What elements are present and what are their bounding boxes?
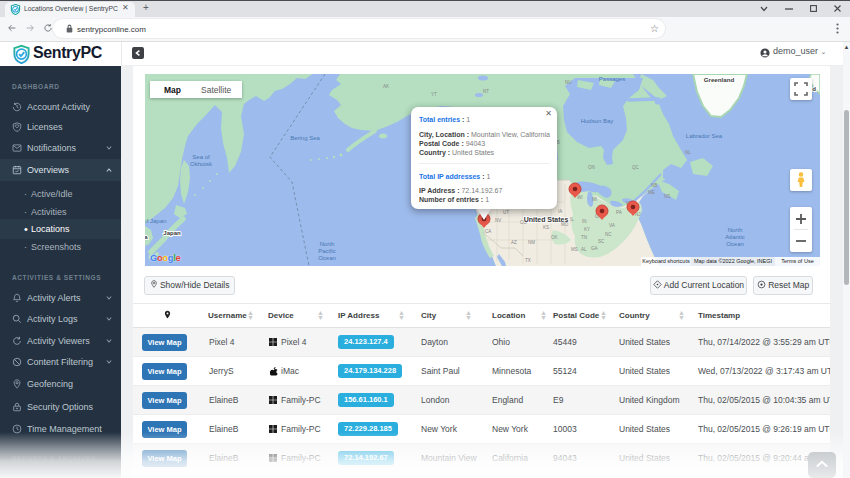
- svg-text:Ocean: Ocean: [318, 255, 336, 261]
- svg-text:MO: MO: [561, 222, 569, 227]
- svg-text:Hudson Bay: Hudson Bay: [581, 118, 614, 124]
- svg-text:SC: SC: [598, 239, 605, 244]
- svg-text:KY: KY: [584, 227, 590, 232]
- svg-text:North: North: [728, 227, 743, 233]
- svg-text:IA: IA: [558, 209, 562, 214]
- svg-text:KS: KS: [543, 225, 549, 230]
- svg-text:Pacific: Pacific: [318, 248, 336, 254]
- svg-text:Labrador Sea: Labrador Sea: [686, 133, 723, 139]
- svg-text:Atlantic: Atlantic: [725, 234, 745, 240]
- svg-text:YT: YT: [431, 92, 437, 97]
- svg-text:Sea of: Sea of: [192, 154, 210, 160]
- svg-text:AK: AK: [383, 84, 389, 89]
- svg-text:AL: AL: [581, 247, 587, 252]
- svg-text:d: d: [812, 86, 816, 92]
- svg-text:North: North: [320, 241, 335, 247]
- svg-text:Passages: Passages: [599, 76, 625, 82]
- svg-text:Okhotsk: Okhotsk: [190, 161, 213, 167]
- svg-text:TN: TN: [581, 235, 587, 240]
- svg-text:Bering Sea: Bering Sea: [290, 135, 320, 141]
- svg-text:GA: GA: [591, 246, 598, 251]
- svg-text:VA: VA: [609, 223, 615, 228]
- svg-text:AZ: AZ: [511, 240, 517, 245]
- svg-text:OK: OK: [551, 235, 558, 240]
- svg-text:ME: ME: [648, 190, 655, 195]
- svg-text:NT: NT: [483, 89, 489, 94]
- svg-text:UT: UT: [503, 210, 509, 215]
- svg-text:TX: TX: [525, 258, 531, 263]
- svg-text:WI: WI: [577, 195, 583, 200]
- svg-text:Sea of Japan: Sea of Japan: [145, 218, 166, 224]
- svg-text:IN: IN: [582, 219, 587, 224]
- svg-text:CO: CO: [520, 220, 527, 225]
- svg-text:MI: MI: [592, 197, 597, 202]
- svg-text:MS: MS: [571, 247, 578, 252]
- svg-text:CA: CA: [485, 229, 491, 234]
- svg-text:Japan: Japan: [163, 230, 181, 236]
- svg-text:NS: NS: [664, 194, 670, 199]
- svg-text:NB: NB: [651, 183, 657, 188]
- svg-text:NU: NU: [565, 80, 572, 85]
- svg-text:QC: QC: [632, 165, 640, 170]
- svg-text:NC: NC: [605, 232, 612, 237]
- svg-text:Greenland: Greenland: [704, 76, 735, 83]
- svg-text:Ocean: Ocean: [726, 241, 744, 247]
- svg-text:NV: NV: [495, 218, 501, 223]
- svg-text:NL: NL: [685, 150, 691, 155]
- svg-text:PA: PA: [616, 210, 622, 215]
- svg-text:NM: NM: [528, 240, 535, 245]
- svg-text:ON: ON: [588, 165, 595, 170]
- svg-text:IL: IL: [570, 217, 574, 222]
